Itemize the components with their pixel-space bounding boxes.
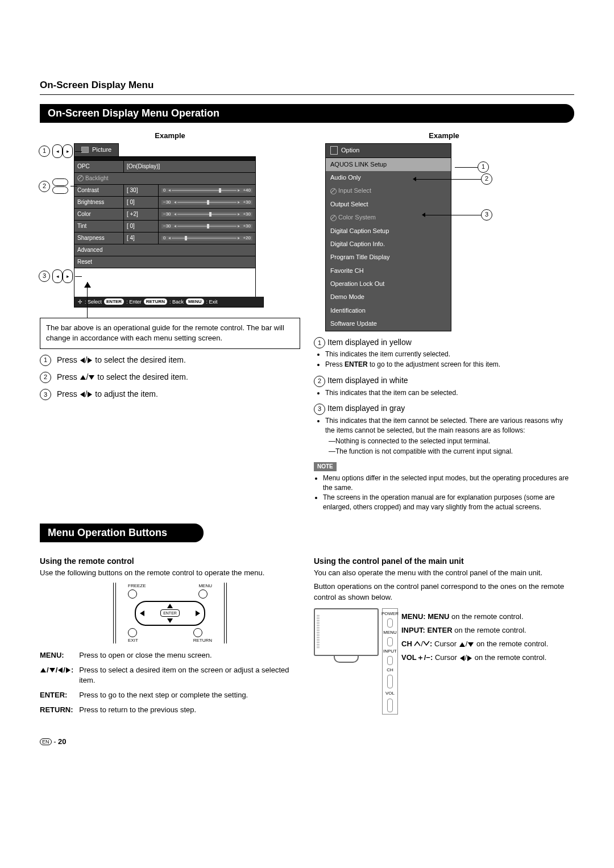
menu-panel-button-icon: [387, 637, 393, 646]
right-arrow-icon: [88, 392, 92, 397]
ch-panel-button-icon: [387, 675, 393, 688]
ch-up-icon: [414, 641, 421, 646]
callout-3-icon: 3: [481, 209, 492, 221]
table-row: Color [ +2] −30◂▸+30: [74, 208, 256, 220]
desc-white-heading: 2Item displayed in white: [314, 375, 574, 387]
table-row: Tint [ 0] −30◂▸+30: [74, 220, 256, 232]
page-number: EN - 20: [40, 737, 574, 746]
list-item: Favorite CH: [326, 264, 451, 277]
remote-buttons-table: MENU:Press to open or close the menu scr…: [40, 648, 300, 718]
picture-tab-icon: [81, 147, 89, 153]
table-row: Brightness [ 0] −30◂▸+30: [74, 196, 256, 208]
prohibit-icon: [77, 175, 84, 181]
remote-para: Use the following buttons on the remote …: [40, 568, 300, 578]
example-label: Example: [314, 131, 574, 141]
remote-heading: Using the remote control: [40, 556, 300, 567]
breadcrumb: On-Screen Display Menu: [40, 80, 574, 91]
step-3: 3 Press / to adjust the item.: [40, 389, 300, 400]
divider: [40, 94, 574, 95]
list-item: Software Update: [326, 317, 451, 330]
callout-2-icon: 2: [39, 181, 50, 192]
down-button-icon: [52, 186, 68, 194]
list-item: Identification: [326, 304, 451, 317]
section-heading-osd-operation: On-Screen Display Menu Operation: [40, 104, 574, 123]
option-menu-example: Option AQUOS LINK Setup Audio Only Input…: [325, 143, 451, 331]
example-label: Example: [40, 131, 300, 141]
callout-3-icon: 3: [39, 271, 50, 282]
panel-heading: Using the control panel of the main unit: [314, 556, 574, 567]
list-item: Demo Mode: [326, 290, 451, 304]
up-arrow-icon: [80, 375, 86, 380]
list-item: Input Select: [326, 184, 451, 197]
right-button-icon: ▸: [63, 269, 73, 283]
desc-yellow-heading: 1Item displayed in yellow: [314, 337, 574, 349]
return-button-icon: [193, 628, 202, 637]
freeze-button-icon: [128, 589, 137, 599]
list-item: Program Title Display: [326, 251, 451, 264]
step-1: 1 Press / to select the desired item.: [40, 355, 300, 366]
down-arrow-icon: [89, 375, 94, 380]
exit-button-icon: [128, 628, 137, 637]
picture-settings-table: OPC [On(Display)] Backlight Contrast [ 3…: [74, 156, 256, 268]
ch-down-icon: [423, 641, 430, 646]
dpad-icon: ✢: [78, 298, 82, 306]
list-item: Digital Caption Info.: [326, 238, 451, 251]
prohibit-icon: [330, 188, 337, 194]
left-arrow-icon: [80, 358, 85, 363]
right-button-icon: ▸: [63, 144, 73, 158]
desc-gray-heading: 3Item displayed in gray: [314, 403, 574, 415]
menu-button-icon: [198, 589, 208, 599]
dpad-icon: ENTER: [135, 601, 205, 626]
table-row: Sharpness [ 4] 0◂▸+20: [74, 232, 256, 244]
callout-1-icon: 1: [39, 146, 50, 157]
guide-box: The bar above is an operational guide fo…: [40, 318, 300, 348]
up-button-icon: [52, 178, 68, 186]
vol-panel-button-icon: [387, 699, 393, 712]
table-row: Contrast [ 30] 0◂▸+40: [74, 184, 256, 196]
section-heading-menu-buttons: Menu Operation Buttons: [40, 524, 204, 542]
power-button-icon: [387, 618, 393, 628]
input-panel-button-icon: [387, 656, 393, 665]
remote-diagram: FREEZE MENU ENTER EXIT RETURN: [113, 583, 227, 643]
note-label: NOTE: [314, 462, 337, 471]
tv-panel-diagram: POWER MENU INPUT CH VOL MENU: MENU on th…: [314, 608, 574, 715]
picture-menu-example: 1 ◂ ▸ 2 3: [74, 143, 300, 308]
step-2: 2 Press / to select the desired item.: [40, 372, 300, 383]
right-arrow-icon: [88, 358, 92, 363]
left-arrow-icon: [80, 392, 85, 397]
left-button-icon: ◂: [52, 144, 63, 158]
menu-footer-guide: ✢: Select ENTER: Enter RETURN: Back MENU…: [74, 297, 264, 308]
callout-2-icon: 2: [481, 173, 492, 185]
prohibit-icon: [330, 215, 337, 221]
enter-button-icon: ENTER: [160, 609, 180, 617]
list-item: AQUOS LINK Setup: [326, 158, 451, 171]
option-icon: [330, 146, 338, 155]
list-item: Digital Caption Setup: [326, 225, 451, 238]
list-item: Operation Lock Out: [326, 277, 451, 290]
callout-1-icon: 1: [478, 161, 489, 173]
left-button-icon: ◂: [52, 269, 63, 283]
